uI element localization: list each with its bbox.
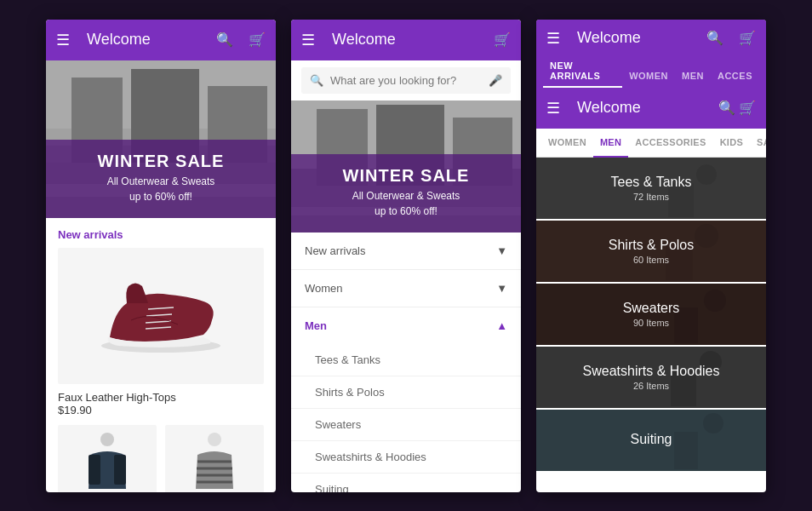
phone3-search-icon[interactable]: 🔍 — [706, 30, 723, 46]
shirts-overlay: Shirts & Polos 60 Items — [536, 221, 766, 282]
nav-women[interactable]: Women ▼ — [291, 270, 521, 307]
tab-new-arrivals[interactable]: NEW ARRIVALS — [543, 60, 622, 88]
product-card[interactable]: Faux Leather High-Tops $19.90 — [46, 248, 276, 425]
phone1-title: Welcome — [87, 31, 216, 49]
nav-men-header[interactable]: Men ▲ — [291, 307, 521, 344]
phone2-title: Welcome — [332, 31, 494, 49]
cat-tab-men[interactable]: MEN — [593, 129, 628, 158]
search-input[interactable] — [330, 74, 482, 87]
search-icon[interactable]: 🔍 — [216, 32, 233, 48]
svg-rect-13 — [89, 455, 100, 485]
phone3-menu-icon2[interactable]: ☰ — [546, 99, 560, 118]
phone2-hero-sub: All Outerwear & Sweatsup to 60% off! — [305, 188, 507, 219]
phone1-hero-sub: All Outerwear & Sweatsup to 60% off! — [60, 174, 262, 204]
svg-point-12 — [100, 433, 114, 446]
phone1-hero: WINTER SALE All Outerwear & Sweatsup to … — [46, 60, 276, 218]
sweatshirts-count: 26 Items — [633, 381, 669, 391]
phone1-hero-title: WINTER SALE — [60, 152, 262, 171]
shoe-illustration — [93, 273, 229, 359]
cart-icon[interactable]: 🛒 — [249, 32, 266, 48]
nav-new-arrivals-label: New arrivals — [305, 244, 366, 257]
tab-acces[interactable]: ACCES — [711, 71, 759, 88]
nav-women-header[interactable]: Women ▼ — [291, 270, 521, 307]
sweatshirts-overlay: Sweatshirts & Hoodies 26 Items — [536, 347, 766, 408]
screens-container: ☰ Welcome 🔍 🛒 — [0, 3, 812, 509]
phone3-title2: Welcome — [577, 99, 718, 117]
sweaters-name: Sweaters — [623, 301, 680, 316]
cat-tab-kids[interactable]: KIDS — [713, 129, 750, 157]
svg-rect-14 — [114, 455, 126, 485]
phone3-cart-icon[interactable]: 🛒 — [739, 30, 756, 46]
category-sweatshirts[interactable]: Sweatshirts & Hoodies 26 Items — [536, 347, 766, 408]
shirts-name: Shirts & Polos — [609, 238, 694, 253]
phone-3: ☰ Welcome 🔍 🛒 NEW ARRIVALS WOMEN MEN ACC… — [536, 20, 766, 492]
phone-1: ☰ Welcome 🔍 🛒 — [46, 20, 276, 492]
menu-icon[interactable]: ☰ — [56, 31, 70, 49]
phone1-icons: 🔍 🛒 — [216, 32, 266, 48]
phone2-menu-icon[interactable]: ☰ — [301, 31, 315, 49]
phone1-hero-overlay: WINTER SALE All Outerwear & Sweatsup to … — [46, 140, 276, 218]
category-shirts[interactable]: Shirts & Polos 60 Items — [536, 221, 766, 282]
mini-product-2 — [189, 429, 240, 492]
category-suiting[interactable]: Suiting — [536, 410, 766, 471]
phone3-topbar1: ☰ Welcome 🔍 🛒 — [536, 20, 766, 57]
product-image — [58, 248, 264, 384]
tab-men[interactable]: MEN — [675, 71, 711, 88]
product-row — [46, 425, 276, 492]
sweaters-count: 90 Items — [633, 318, 669, 328]
category-sweaters[interactable]: Sweaters 90 Items — [536, 284, 766, 345]
phone1-topbar: ☰ Welcome 🔍 🛒 — [46, 20, 276, 60]
category-grid: Tees & Tanks 72 Items Shirts & Polos 60 … — [536, 158, 766, 473]
product-mini-2[interactable] — [165, 425, 264, 492]
suiting-name: Suiting — [631, 432, 672, 447]
search-bar-icon: 🔍 — [310, 74, 323, 87]
search-bar[interactable]: 🔍 🎤 — [301, 67, 511, 94]
phone3-cart-icon2[interactable]: 🛒 — [739, 100, 756, 115]
subnav-suiting[interactable]: Suiting — [291, 474, 521, 492]
phone3-top-section: ☰ Welcome 🔍 🛒 NEW ARRIVALS WOMEN MEN ACC… — [536, 20, 766, 88]
tees-count: 72 Items — [633, 192, 669, 202]
phone3-menu-icon[interactable]: ☰ — [546, 29, 560, 48]
category-tabs: WOMEN MEN ACCESSORIES KIDS SALE — [536, 129, 766, 158]
nav-men-label: Men — [305, 319, 327, 332]
nav-men-chevron: ▲ — [496, 319, 507, 332]
phone3-icons1: 🔍 🛒 — [706, 30, 756, 46]
product-price: $19.90 — [58, 404, 264, 416]
phone2-cart-icon[interactable]: 🛒 — [494, 32, 511, 48]
nav-women-label: Women — [305, 282, 343, 295]
cat-tab-women[interactable]: WOMEN — [541, 129, 593, 157]
product-mini-1[interactable] — [58, 425, 157, 492]
phone2-topbar: ☰ Welcome 🛒 — [291, 20, 521, 60]
nav-new-arrivals[interactable]: New arrivals ▼ — [291, 233, 521, 270]
phone3-search-icon2[interactable]: 🔍 — [718, 100, 735, 115]
phone-2: ☰ Welcome 🛒 🔍 🎤 — [291, 20, 521, 492]
shirts-count: 60 Items — [633, 255, 669, 265]
subnav-sweatshirts[interactable]: Sweatshirts & Hoodies — [291, 441, 521, 474]
new-arrivals-label: New arrivals — [46, 218, 276, 248]
category-tees[interactable]: Tees & Tanks 72 Items — [536, 158, 766, 219]
cat-tab-accessories[interactable]: ACCESSORIES — [628, 129, 712, 157]
phone2-hero-title: WINTER SALE — [305, 166, 507, 186]
nav-women-chevron: ▼ — [496, 282, 507, 295]
phone2-hero: WINTER SALE All Outerwear & Sweatsup to … — [291, 100, 521, 233]
sweatshirts-name: Sweatshirts & Hoodies — [583, 364, 720, 379]
subnav-tees[interactable]: Tees & Tanks — [291, 344, 521, 376]
tab-women[interactable]: WOMEN — [622, 71, 675, 88]
phone2-icons: 🛒 — [494, 32, 511, 48]
svg-point-15 — [208, 433, 221, 446]
mini-product-1 — [82, 429, 133, 492]
tees-name: Tees & Tanks — [611, 175, 692, 190]
tees-overlay: Tees & Tanks 72 Items — [536, 158, 766, 219]
product-name: Faux Leather High-Tops — [58, 391, 264, 404]
suiting-overlay: Suiting — [536, 410, 766, 471]
phone2-hero-overlay: WINTER SALE All Outerwear & Sweatsup to … — [291, 154, 521, 233]
subnav-shirts[interactable]: Shirts & Polos — [291, 376, 521, 409]
nav-men[interactable]: Men ▲ Tees & Tanks Shirts & Polos Sweate… — [291, 307, 521, 492]
subnav-sweaters[interactable]: Sweaters — [291, 409, 521, 441]
cat-tab-sale[interactable]: SALE — [750, 129, 766, 157]
phone3-title1: Welcome — [577, 29, 706, 47]
mic-icon[interactable]: 🎤 — [489, 74, 502, 87]
phone3-icons2: 🔍 🛒 — [718, 100, 756, 116]
phone3-tab-bar: NEW ARRIVALS WOMEN MEN ACCES — [536, 57, 766, 88]
nav-new-arrivals-header[interactable]: New arrivals ▼ — [291, 233, 521, 269]
